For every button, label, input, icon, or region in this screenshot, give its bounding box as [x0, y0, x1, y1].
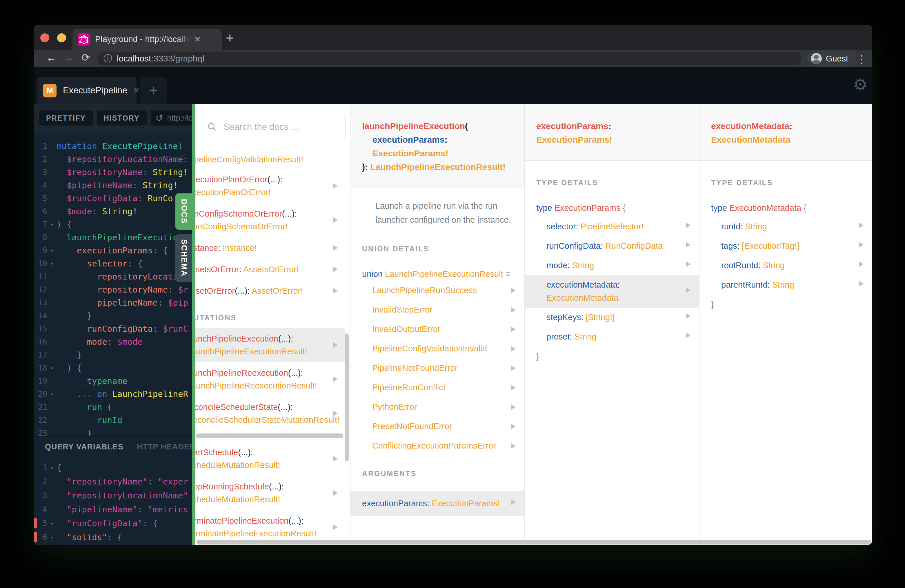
- type-field-preset[interactable]: preset: String: [525, 327, 699, 346]
- chevron-right-icon[interactable]: [511, 288, 516, 293]
- chevron-right-icon[interactable]: [859, 281, 864, 286]
- docs-list-item[interactable]: terminatePipelineExecution(...): Termina…: [195, 510, 345, 544]
- docs-list-item-partial[interactable]: PipelineConfigValidationResult!: [195, 153, 345, 169]
- query-editor[interactable]: 1mutation ExecutePipeline(2 $repositoryL…: [34, 132, 192, 444]
- chevron-right-icon[interactable]: [333, 267, 338, 272]
- argument-row-executionparams[interactable]: executionParams: ExecutionParams!: [351, 491, 524, 516]
- browser-tab[interactable]: Playground - http://localhost:3 ✕: [73, 29, 222, 50]
- docs-resize-handle[interactable]: [192, 104, 195, 545]
- chevron-right-icon[interactable]: [859, 222, 864, 228]
- type-field-executionmetadata[interactable]: executionMetadata: ExecutionMetadata: [525, 275, 699, 308]
- chevron-right-icon[interactable]: [333, 288, 338, 293]
- chevron-right-icon[interactable]: [511, 385, 516, 390]
- chevron-right-icon[interactable]: [686, 262, 691, 267]
- tab-schema[interactable]: SCHEMA: [175, 234, 192, 282]
- prettify-button[interactable]: PRETTIFY: [39, 110, 93, 126]
- tab-docs[interactable]: DOCS: [175, 193, 192, 230]
- docs-list-item[interactable]: instance: Instance!: [195, 237, 345, 259]
- docs-list-item[interactable]: assetOrError(...): AssetOrError!: [195, 280, 345, 302]
- union-member-conflictingexecutionparamserror[interactable]: ConflictingExecutionParamsError: [351, 436, 524, 456]
- chevron-right-icon[interactable]: [859, 262, 864, 267]
- type-field-runid[interactable]: runId: String: [700, 217, 872, 236]
- back-icon[interactable]: ←: [46, 52, 57, 64]
- union-member-launchpipelinerunsuccess[interactable]: LaunchPipelineRunSuccess: [351, 281, 524, 300]
- union-member-pipelinerunconflict[interactable]: PipelineRunConflict: [351, 378, 524, 397]
- chevron-right-icon[interactable]: [333, 490, 338, 496]
- docs-list-item[interactable]: runConfigSchemaOrError(...): RunConfigSc…: [195, 203, 345, 237]
- chevron-right-icon[interactable]: [686, 288, 691, 293]
- chevron-right-icon[interactable]: [511, 404, 516, 410]
- url-bar[interactable]: ⓘ localhost:3333/graphql: [97, 52, 802, 65]
- query-variables-editor[interactable]: 1▾{2 "repositoryName": "exper3 "reposito…: [34, 455, 192, 545]
- docs-list-item[interactable]: assetsOrError: AssetsOrError!: [195, 259, 345, 280]
- docs-vertical-scrollbar[interactable]: [345, 334, 349, 461]
- chevron-right-icon[interactable]: [333, 411, 338, 416]
- chevron-right-icon[interactable]: [333, 456, 338, 461]
- docs-horizontal-scrollbar[interactable]: [197, 540, 871, 545]
- docs-list-item[interactable]: launchPipelineReexecution(...): LaunchPi…: [195, 362, 345, 396]
- fold-arrow-icon[interactable]: ▾: [47, 391, 57, 397]
- tab-query-variables[interactable]: QUERY VARIABLES: [45, 442, 124, 451]
- chevron-right-icon[interactable]: [333, 342, 338, 348]
- reload-icon[interactable]: ⟳: [81, 52, 90, 64]
- chevron-right-icon[interactable]: [333, 183, 338, 189]
- profile-chip[interactable]: Guest: [808, 51, 856, 67]
- chevron-right-icon[interactable]: [686, 333, 691, 338]
- docs-list-item[interactable]: reconcileSchedulerState(...): ReconcileS…: [195, 396, 345, 431]
- list-horizontal-scrollbar[interactable]: [196, 434, 343, 438]
- chevron-right-icon[interactable]: [511, 307, 516, 313]
- type-field-tags[interactable]: tags: [ExecutionTag!]: [700, 236, 872, 256]
- docs-list-item[interactable]: stopRunningSchedule(...): ScheduleMutati…: [195, 476, 345, 510]
- chevron-right-icon[interactable]: [859, 242, 864, 247]
- chevron-right-icon[interactable]: [686, 242, 691, 247]
- chevron-right-icon[interactable]: [333, 377, 338, 382]
- type-field-runconfigdata[interactable]: runConfigData: RunConfigData: [525, 236, 699, 256]
- chevron-right-icon[interactable]: [333, 524, 338, 530]
- chevron-right-icon[interactable]: [333, 218, 338, 222]
- union-member-invalidoutputerror[interactable]: InvalidOutputError: [351, 319, 524, 339]
- fold-arrow-icon[interactable]: ▾: [47, 221, 57, 227]
- union-member-invalidsteperror[interactable]: InvalidStepError: [351, 300, 524, 319]
- history-button[interactable]: HISTORY: [97, 110, 147, 126]
- playground-tab-close-icon[interactable]: ✕: [133, 86, 140, 95]
- fold-arrow-icon[interactable]: ▾: [47, 520, 57, 526]
- union-member-pipelineconfigvalidationinvalid[interactable]: PipelineConfigValidationInvalid: [351, 339, 524, 358]
- browser-tab-close-icon[interactable]: ✕: [194, 35, 201, 44]
- type-field-mode[interactable]: mode: String: [525, 256, 699, 275]
- forward-icon[interactable]: →: [64, 52, 75, 64]
- endpoint-reload-icon[interactable]: ↺: [156, 113, 163, 124]
- site-info-icon[interactable]: ⓘ: [103, 53, 112, 65]
- browser-menu-icon[interactable]: ⋮: [856, 53, 867, 65]
- type-field-parentrunid[interactable]: parentRunId: String: [700, 275, 872, 295]
- chevron-right-icon[interactable]: [686, 222, 691, 228]
- minimize-window-button[interactable]: [57, 33, 66, 42]
- fold-arrow-icon[interactable]: ▾: [47, 247, 57, 254]
- union-member-pythonerror[interactable]: PythonError: [351, 397, 524, 416]
- chevron-right-icon[interactable]: [686, 313, 691, 319]
- playground-tab-executepipeline[interactable]: M ExecutePipeline ✕: [37, 77, 137, 104]
- chevron-right-icon[interactable]: [511, 366, 516, 371]
- chevron-right-icon[interactable]: [511, 424, 516, 429]
- settings-gear-icon[interactable]: ⚙: [853, 76, 868, 93]
- chevron-right-icon[interactable]: [511, 346, 516, 351]
- chevron-right-icon[interactable]: [511, 499, 516, 505]
- tab-http-headers[interactable]: HTTP HEADERS: [137, 442, 192, 451]
- docs-search-input[interactable]: Search the docs ...: [200, 115, 346, 139]
- chevron-right-icon[interactable]: [511, 443, 516, 448]
- fold-arrow-icon[interactable]: ▾: [47, 365, 57, 371]
- type-field-rootrunid[interactable]: rootRunId: String: [700, 256, 872, 275]
- docs-list-item[interactable]: launchPipelineExecution(...): LaunchPipe…: [195, 328, 345, 362]
- chevron-right-icon[interactable]: [511, 327, 516, 332]
- close-window-button[interactable]: [40, 33, 49, 42]
- playground-new-tab-button[interactable]: +: [140, 77, 167, 103]
- docs-list-item[interactable]: executionPlanOrError(...): ExecutionPlan…: [195, 169, 345, 203]
- docs-list-item[interactable]: startSchedule(...): ScheduleMutationResu…: [195, 442, 345, 476]
- type-field-stepkeys[interactable]: stepKeys: [String!]: [525, 308, 699, 327]
- chevron-right-icon[interactable]: [333, 245, 338, 251]
- type-field-selector[interactable]: selector: PipelineSelector!: [525, 217, 699, 236]
- union-member-pipelinenotfounderror[interactable]: PipelineNotFoundError: [351, 358, 524, 378]
- fold-arrow-icon[interactable]: ▾: [47, 261, 57, 267]
- fold-arrow-icon[interactable]: ▾: [47, 534, 57, 540]
- union-member-presetnotfounderror[interactable]: PresetNotFoundError: [351, 416, 524, 436]
- fold-arrow-icon[interactable]: ▾: [47, 464, 57, 471]
